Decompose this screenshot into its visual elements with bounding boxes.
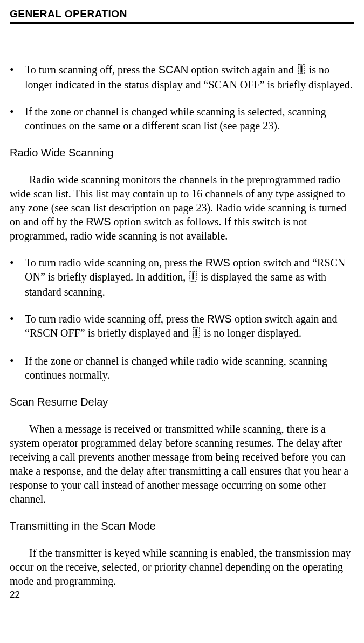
bullet-text: To turn radio wide scanning on, press th… bbox=[25, 256, 354, 299]
header-divider bbox=[10, 22, 354, 24]
scan-icon bbox=[298, 64, 305, 78]
scan-resume-paragraph: When a message is received or transmitte… bbox=[10, 422, 354, 506]
radio-wide-bullet-list: • To turn radio wide scanning on, press … bbox=[10, 256, 354, 382]
scan-icon bbox=[189, 271, 197, 285]
text-fragment: To turn radio wide scanning on, press th… bbox=[25, 257, 205, 269]
section-title-transmit-scan: Transmitting in the Scan Mode bbox=[10, 519, 354, 533]
scan-icon bbox=[193, 327, 200, 341]
list-item: • If the zone or channel is changed whil… bbox=[10, 354, 354, 382]
page-number: 22 bbox=[10, 589, 354, 601]
text-fragment: option switch again and bbox=[188, 64, 297, 76]
section-title-scan-resume: Scan Resume Delay bbox=[10, 395, 354, 409]
radio-wide-paragraph: Radio wide scanning monitors the channel… bbox=[10, 173, 354, 243]
bullet-text: If the zone or channel is changed while … bbox=[25, 105, 354, 133]
key-label: RWS bbox=[205, 257, 230, 269]
bullet-text: If the zone or channel is changed while … bbox=[25, 354, 354, 382]
key-label: SCAN bbox=[159, 64, 189, 76]
bullet-icon: • bbox=[10, 63, 25, 92]
transmit-scan-paragraph: If the transmitter is keyed while scanni… bbox=[10, 546, 354, 588]
svg-rect-3 bbox=[193, 272, 194, 279]
page-header-title: GENERAL OPERATION bbox=[10, 8, 354, 21]
scan-off-bullet-list: • To turn scanning off, press the SCAN o… bbox=[10, 63, 354, 133]
text-fragment: To turn scanning off, press the bbox=[25, 64, 159, 76]
bullet-icon: • bbox=[10, 105, 25, 133]
bullet-text: To turn scanning off, press the SCAN opt… bbox=[25, 63, 354, 92]
bullet-icon: • bbox=[10, 354, 25, 382]
text-fragment: is no longer displayed. bbox=[201, 327, 301, 339]
list-item: • To turn radio wide scanning on, press … bbox=[10, 256, 354, 299]
svg-rect-1 bbox=[300, 65, 302, 72]
text-fragment: To turn radio wide scanning off, press t… bbox=[25, 313, 207, 325]
bullet-text: To turn radio wide scanning off, press t… bbox=[25, 312, 354, 341]
bullet-icon: • bbox=[10, 312, 25, 341]
key-label: RWS bbox=[207, 313, 232, 325]
bullet-icon: • bbox=[10, 256, 25, 299]
list-item: • If the zone or channel is changed whil… bbox=[10, 105, 354, 133]
svg-rect-5 bbox=[195, 329, 197, 336]
section-title-radio-wide: Radio Wide Scanning bbox=[10, 146, 354, 160]
list-item: • To turn scanning off, press the SCAN o… bbox=[10, 63, 354, 92]
key-label: RWS bbox=[86, 216, 111, 228]
list-item: • To turn radio wide scanning off, press… bbox=[10, 312, 354, 341]
